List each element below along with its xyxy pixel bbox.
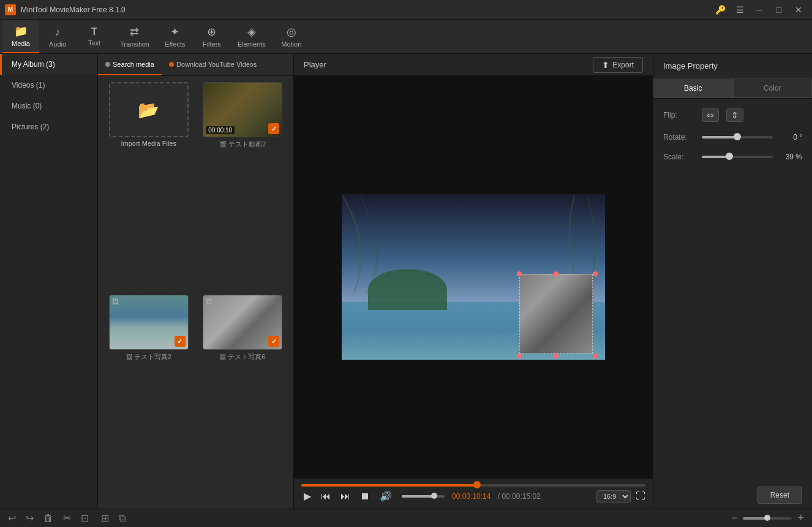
volume-thumb[interactable] xyxy=(431,493,437,499)
rotate-label: Rotate: xyxy=(663,133,697,142)
transform-handle-bc[interactable] xyxy=(554,354,558,358)
progress-bar[interactable] xyxy=(301,484,645,487)
zoom-fill xyxy=(743,517,767,520)
export-button[interactable]: ⬆ Export xyxy=(593,57,643,73)
zoom-slider[interactable] xyxy=(743,517,792,520)
toolbar-transition[interactable]: ⇄ Transition xyxy=(113,20,157,53)
volume-button[interactable]: 🔊 xyxy=(377,489,394,503)
photo1-check: ✓ xyxy=(175,336,186,347)
toolbar-effects[interactable]: ✦ Effects xyxy=(157,20,194,53)
stop-button[interactable]: ⏹ xyxy=(358,490,372,503)
rotate-slider[interactable] xyxy=(702,136,773,138)
zoom-in-button[interactable]: + xyxy=(794,510,807,526)
search-media-label: Search media xyxy=(113,61,154,68)
split-button[interactable]: ✂ xyxy=(60,511,74,525)
flip-vertical-button[interactable]: ⇕ xyxy=(726,108,743,122)
zoom-out-button[interactable]: − xyxy=(728,510,741,526)
scale-slider[interactable] xyxy=(702,156,773,158)
transform-handle-tc[interactable] xyxy=(554,271,558,276)
toolbar-transition-label: Transition xyxy=(120,40,149,48)
toolbar-media-label: Media xyxy=(12,40,30,47)
image-property-header: Image Property xyxy=(653,54,812,78)
app-icon: M xyxy=(5,4,16,15)
redo-button[interactable]: ↪ xyxy=(23,511,37,525)
transition-icon: ⇄ xyxy=(130,25,139,39)
volume-slider[interactable] xyxy=(402,495,445,498)
key-button[interactable]: 🔑 xyxy=(712,4,729,16)
sidebar-item-music[interactable]: Music (0) xyxy=(0,96,97,116)
toolbar-motion[interactable]: ◎ Motion xyxy=(273,20,310,53)
scale-thumb[interactable] xyxy=(726,153,733,160)
rotate-thumb[interactable] xyxy=(734,133,741,140)
effects-icon: ✦ xyxy=(170,25,179,39)
toolbar-text[interactable]: T Text xyxy=(76,20,113,53)
volume-fill xyxy=(402,495,434,498)
delete-button[interactable]: 🗑 xyxy=(40,512,56,525)
cat-overlay-container[interactable] xyxy=(519,274,593,354)
undo-button[interactable]: ↩ xyxy=(5,511,19,525)
play-button[interactable]: ▶ xyxy=(301,489,314,503)
zoom-thumb[interactable] xyxy=(764,515,770,521)
minimize-button[interactable]: ─ xyxy=(751,4,768,16)
prev-frame-button[interactable]: ⏮ xyxy=(318,490,333,503)
media-item-photo1[interactable]: 🖼 ✓ 🖼 テスト写真2 xyxy=(104,295,194,502)
download-youtube-tab[interactable]: Download YouTube Videos xyxy=(162,54,265,75)
toolbar-text-label: Text xyxy=(88,39,100,47)
close-button[interactable]: ✕ xyxy=(790,4,807,16)
toolbar-elements[interactable]: ◈ Elements xyxy=(230,20,273,53)
import-media-cell[interactable]: 📂 Import Media Files xyxy=(104,82,194,290)
transform-handle-br[interactable] xyxy=(593,354,598,358)
transform-handle-tl[interactable] xyxy=(517,271,522,276)
tab-color[interactable]: Color xyxy=(733,78,813,98)
transform-border xyxy=(519,274,593,354)
toolbar-media[interactable]: 📁 Media xyxy=(2,20,39,53)
sidebar-item-pictures[interactable]: Pictures (2) xyxy=(0,116,97,137)
app-title: MiniTool MovieMaker Free 8.1.0 xyxy=(21,6,707,14)
window-controls: 🔑 ☰ ─ □ ✕ xyxy=(712,4,807,16)
tab-basic[interactable]: Basic xyxy=(653,78,733,98)
photo1-label: テスト写真2 xyxy=(134,352,171,362)
progress-thumb[interactable] xyxy=(473,481,481,488)
toolbar-filters[interactable]: ⊕ Filters xyxy=(194,20,230,53)
video1-thumb: 00:00:10 ✓ xyxy=(203,82,282,137)
fullscreen-button[interactable]: ⛶ xyxy=(636,491,645,502)
photo2-type: 🖼 xyxy=(206,298,212,305)
player-controls: ▶ ⏮ ⏭ ⏹ 🔊 00:00:10:14 / 00:00:15:02 16:9… xyxy=(294,478,653,509)
transform-handle-bl[interactable] xyxy=(517,354,522,358)
import-label: Import Media Files xyxy=(121,140,176,147)
player-area: Player ⬆ Export xyxy=(294,54,653,509)
next-frame-button[interactable]: ⏭ xyxy=(338,490,353,503)
flip-horizontal-button[interactable]: ⇔ xyxy=(702,108,719,122)
property-tabs: Basic Color xyxy=(653,78,812,99)
toolbar-motion-label: Motion xyxy=(281,40,301,48)
crop-button[interactable]: ⊡ xyxy=(78,511,92,525)
media-icon: 📁 xyxy=(14,25,28,38)
scale-value: 39 % xyxy=(778,153,802,161)
add-track-button[interactable]: ⊞ xyxy=(98,511,112,525)
toolbar-audio[interactable]: ♪ Audio xyxy=(39,20,76,53)
media-item-video1[interactable]: 00:00:10 ✓ 🎬 テスト動画2 xyxy=(198,82,288,290)
toolbar-audio-label: Audio xyxy=(49,40,66,48)
reset-button[interactable]: Reset xyxy=(757,487,802,504)
filters-icon: ⊕ xyxy=(207,25,216,39)
search-media-tab[interactable]: Search media xyxy=(98,54,162,75)
main-area: My Album (3) Videos (1) Music (0) Pictur… xyxy=(0,54,812,509)
sidebar-item-my-album[interactable]: My Album (3) xyxy=(0,54,97,75)
sidebar-item-videos[interactable]: Videos (1) xyxy=(0,75,97,96)
transform-handle-tr[interactable] xyxy=(593,271,598,276)
menu-button[interactable]: ☰ xyxy=(731,4,748,16)
aspect-ratio-select[interactable]: 16:9 xyxy=(596,490,631,502)
media-panel: Search media Download YouTube Videos 📂 I… xyxy=(98,54,294,509)
sidebar: My Album (3) Videos (1) Music (0) Pictur… xyxy=(0,54,98,509)
export-upload-icon: ⬆ xyxy=(602,60,609,70)
import-thumb[interactable]: 📂 xyxy=(109,82,189,137)
controls-row: ▶ ⏮ ⏭ ⏹ 🔊 00:00:10:14 / 00:00:15:02 16:9… xyxy=(301,489,645,503)
scale-row: Scale: 39 % xyxy=(663,153,802,161)
track-copy-button[interactable]: ⧉ xyxy=(116,512,129,525)
elements-icon: ◈ xyxy=(247,25,256,39)
total-time: / 00:00:15:02 xyxy=(495,492,540,501)
maximize-button[interactable]: □ xyxy=(770,4,788,16)
media-item-photo2[interactable]: 🖼 ✓ 🖼 テスト写真6 xyxy=(198,295,288,502)
media-grid: 📂 Import Media Files 00:00:10 ✓ 🎬 テスト動画2 xyxy=(98,76,293,509)
photo2-label-bar: 🖼 テスト写真6 xyxy=(220,352,265,362)
